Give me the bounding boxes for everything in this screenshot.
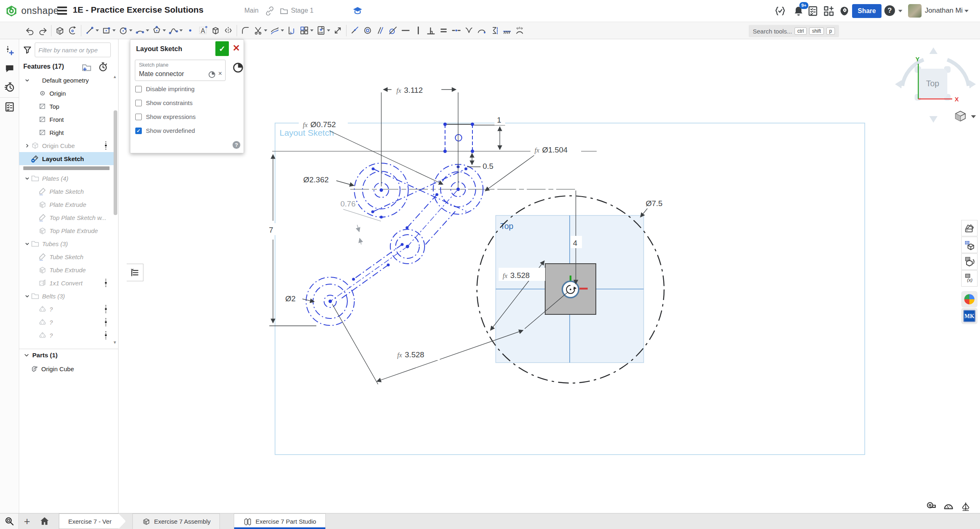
tab-exercise-7-ver[interactable]: Exercise 7 - Ver	[59, 513, 126, 529]
part-item-origin-cube[interactable]: Origin Cube	[31, 365, 74, 373]
rotate-right-icon[interactable]	[947, 60, 969, 86]
parts-header-row[interactable]: Parts (1)	[23, 352, 58, 359]
dropdown-caret-icon[interactable]	[129, 29, 132, 31]
checkbox-show-expressions[interactable]: Show expressions	[135, 113, 196, 120]
history-icon[interactable]	[4, 82, 15, 93]
link-icon[interactable]	[265, 6, 275, 16]
spline-tool-button[interactable]	[167, 23, 184, 38]
app-mk-button[interactable]: MK	[961, 308, 978, 324]
dimension-3112[interactable]: fx3.112	[396, 86, 423, 94]
dimension-7[interactable]: 7	[269, 226, 273, 234]
dropdown-caret-icon[interactable]	[327, 29, 330, 31]
vertical-tool-button[interactable]	[412, 23, 425, 38]
dropdown-caret-icon[interactable]	[163, 29, 166, 31]
clear-selection-icon[interactable]: ×	[218, 70, 222, 77]
fix-tool-button[interactable]	[501, 23, 513, 38]
insert-feature-icon[interactable]	[4, 45, 15, 56]
feature-item-plate-sketch[interactable]: Plate Sketch	[19, 185, 114, 198]
feature-item-origin-cube[interactable]: Origin Cube	[19, 139, 114, 152]
feature-issue-icon[interactable]	[104, 317, 108, 327]
dimension-2[interactable]: Ø2	[285, 294, 295, 303]
feature-item-tube-extrude[interactable]: Tube Extrude	[19, 263, 114, 276]
dxf-tool-button[interactable]: DXF	[315, 23, 331, 38]
checkbox-box[interactable]	[135, 114, 142, 120]
tilt-right-icon[interactable]	[969, 80, 976, 88]
confirm-button[interactable]: ✓	[215, 41, 229, 56]
checkbox-show-overdefined[interactable]: ✓Show overdefined	[135, 127, 195, 134]
midpoint-tool-button[interactable]	[450, 23, 463, 38]
share-button[interactable]: Share	[852, 4, 882, 18]
dimension-1[interactable]: 1	[497, 116, 501, 124]
protractor-icon[interactable]	[943, 501, 954, 512]
feature-item-tubes-3[interactable]: Tubes (3)	[19, 237, 114, 250]
scroll-up-icon[interactable]: ▲	[113, 74, 117, 79]
use-tool-button[interactable]	[285, 23, 298, 38]
dropdown-caret-icon[interactable]	[264, 29, 267, 31]
redo-tool-button[interactable]	[36, 23, 49, 38]
search-tabs-button[interactable]	[0, 513, 19, 529]
curvature-tool-button[interactable]	[475, 23, 488, 38]
help-caret-icon[interactable]	[898, 10, 902, 12]
filter-input[interactable]	[35, 43, 111, 57]
help-button[interactable]: ?	[884, 5, 895, 16]
perpendicular-tool-button[interactable]	[425, 23, 437, 38]
revolve-tool-button[interactable]	[66, 23, 79, 38]
collapsed-panel-toggle[interactable]	[127, 264, 143, 281]
feature-issue-icon[interactable]	[104, 278, 108, 288]
workspace-label[interactable]: Main	[244, 7, 259, 14]
feature-item-top-plate-sketch-w[interactable]: Top Plate Sketch w...	[19, 211, 114, 224]
feature-item-origin[interactable]: Origin	[19, 87, 114, 100]
chevron-down-icon[interactable]	[24, 77, 30, 83]
line-tool-button[interactable]	[83, 23, 100, 38]
box-tool-button[interactable]	[209, 23, 222, 38]
chevron-down-icon[interactable]	[24, 241, 30, 247]
home-button[interactable]	[35, 513, 54, 529]
feature-item-plate-extrude[interactable]: Plate Extrude	[19, 198, 114, 211]
offset-tool-button[interactable]	[268, 23, 285, 38]
chevron-down-icon[interactable]	[24, 175, 30, 182]
sketch-plane-field[interactable]: Sketch plane Mate connector ×	[135, 60, 226, 81]
chevron-down-icon[interactable]	[23, 352, 30, 359]
symmetric-tool-button[interactable]	[463, 23, 475, 38]
equal-tool-button[interactable]	[437, 23, 450, 38]
dropdown-caret-icon[interactable]	[179, 29, 183, 31]
feature-item-1x1-convert[interactable]: 1x1 Convert	[19, 276, 114, 289]
appearance-panel-button[interactable]	[961, 220, 978, 236]
pattern-tool-button[interactable]	[298, 23, 315, 38]
feature-item-front[interactable]: Front	[19, 113, 114, 126]
chevron-right-icon[interactable]	[24, 143, 30, 149]
user-name[interactable]: Jonathan Mi	[925, 7, 963, 15]
education-icon[interactable]	[352, 5, 363, 16]
horizontal-tool-button[interactable]	[399, 23, 412, 38]
view-options-caret-icon[interactable]	[971, 115, 976, 118]
dimension-75[interactable]: Ø7.5	[646, 199, 662, 208]
tab-exercise-7-part-studio[interactable]: Exercise 7 Part Studio	[234, 513, 325, 529]
search-tools[interactable]: Search tools... ctrl shift p	[749, 25, 839, 37]
dropdown-caret-icon[interactable]	[310, 29, 313, 31]
tape-measure-icon[interactable]	[926, 501, 937, 512]
text-tool-button[interactable]: A	[197, 23, 209, 38]
mate-connector-filter-icon[interactable]	[233, 62, 244, 73]
feature-item-belts-3[interactable]: Belts (3)	[19, 289, 114, 303]
feature-issue-icon[interactable]	[104, 141, 108, 150]
trim-tool-button[interactable]	[252, 23, 268, 38]
feature-item-plates-4[interactable]: Plates (4)	[19, 172, 114, 185]
point-tool-button[interactable]	[184, 23, 197, 38]
chevron-down-icon[interactable]	[24, 293, 30, 299]
featurescript-icon[interactable]	[774, 5, 786, 17]
checkbox-disable-imprinting[interactable]: Disable imprinting	[135, 85, 195, 92]
checkbox-box[interactable]	[135, 100, 142, 106]
mass-properties-icon[interactable]	[960, 501, 971, 512]
fillet-tool-button[interactable]	[239, 23, 252, 38]
circle-tool-button[interactable]	[117, 23, 134, 38]
dimension-2362[interactable]: Ø2.362	[303, 175, 329, 184]
folder-breadcrumb[interactable]: Stage 1	[291, 7, 313, 14]
normal-tool-button[interactable]	[513, 23, 526, 38]
extrude-tool-button[interactable]	[54, 23, 66, 38]
feature-item-[interactable]: ?	[19, 303, 114, 316]
tree-scrollbar[interactable]	[114, 110, 117, 215]
rollback-end-icon[interactable]	[98, 62, 108, 72]
feature-issue-icon[interactable]	[104, 304, 108, 314]
variables-button[interactable]: (x)	[961, 270, 978, 287]
dropdown-caret-icon[interactable]	[281, 29, 284, 31]
